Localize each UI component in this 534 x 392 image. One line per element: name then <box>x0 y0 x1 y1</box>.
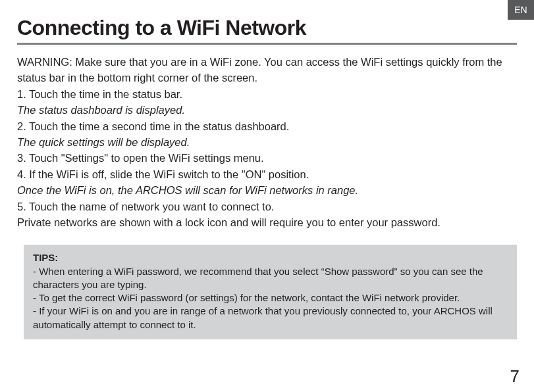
page-number: 7 <box>510 366 520 387</box>
page-content: Connecting to a WiFi Network WARNING: Ma… <box>0 0 534 339</box>
body-text: WARNING: Make sure that you are in a WiF… <box>17 54 517 230</box>
note-1: The status dashboard is displayed. <box>17 102 517 118</box>
private-networks-text: Private networks are shown with a lock i… <box>17 214 517 230</box>
step-2: 2. Touch the time a second time in the s… <box>17 118 517 134</box>
step-3: 3. Touch "Settings" to open the WiFi set… <box>17 150 517 166</box>
step-4: 4. If the WiFi is off, slide the WiFi sw… <box>17 166 517 182</box>
tip-item: - When entering a WiFi password, we reco… <box>33 265 508 292</box>
page-title: Connecting to a WiFi Network <box>17 16 517 45</box>
step-5: 5. Touch the name of network you want to… <box>17 199 517 214</box>
step-1: 1. Touch the time in the status bar. <box>17 86 517 102</box>
tip-item: - If your WiFi is on and you are in rang… <box>33 305 508 331</box>
warning-text: WARNING: Make sure that you are in a WiF… <box>17 54 517 86</box>
note-2: The quick settings will be displayed. <box>17 134 517 150</box>
note-3: Once the WiFi is on, the ARCHOS will sca… <box>17 182 517 198</box>
tips-title: TIPS: <box>33 251 508 264</box>
tips-box: TIPS: - When entering a WiFi password, w… <box>24 245 517 339</box>
tip-item: - To get the correct WiFi password (or s… <box>33 291 508 305</box>
language-tab: EN <box>508 0 534 20</box>
